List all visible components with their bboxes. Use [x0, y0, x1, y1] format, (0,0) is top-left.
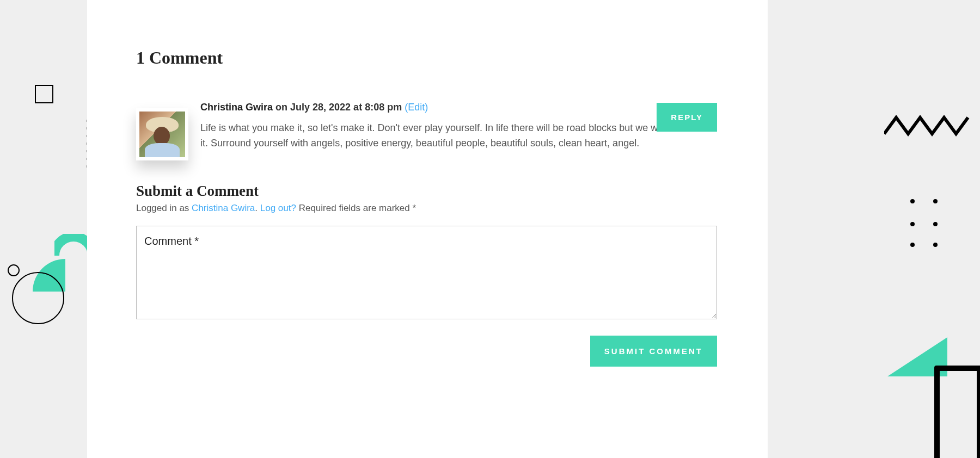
form-heading: Submit a Comment	[136, 183, 717, 200]
teal-quarter-icon	[33, 259, 65, 292]
svg-point-1	[910, 199, 915, 203]
comment-timestamp: on July 28, 2022 at 8:08 pm	[275, 102, 402, 113]
logged-in-user-link[interactable]: Christina Gwira	[192, 203, 255, 213]
triangle-icon	[887, 337, 947, 376]
dots-icon	[909, 198, 956, 249]
rect-outline-icon	[934, 366, 980, 458]
small-circle-icon	[8, 264, 20, 276]
square-outline-icon	[35, 85, 53, 103]
content-card: 1 Comment REPLY Christina Gwira on July …	[87, 0, 768, 458]
edit-link[interactable]: (Edit)	[405, 102, 428, 113]
comment-item: REPLY Christina Gwira on July 28, 2022 a…	[136, 102, 717, 151]
reply-button[interactable]: REPLY	[657, 103, 717, 132]
logged-in-prefix: Logged in as	[136, 203, 192, 213]
svg-point-5	[910, 243, 915, 247]
big-circle-icon	[12, 272, 64, 324]
zigzag-icon	[884, 112, 972, 143]
svg-point-6	[933, 243, 938, 247]
svg-point-4	[933, 222, 938, 226]
login-status: Logged in as Christina Gwira. Log out? R…	[136, 203, 717, 214]
svg-point-3	[910, 222, 915, 226]
comment-textarea[interactable]	[136, 226, 717, 319]
comments-heading: 1 Comment	[136, 48, 717, 68]
logout-link[interactable]: Log out?	[260, 203, 296, 213]
comment-text: Life is what you make it, so let's make …	[200, 121, 717, 151]
svg-marker-7	[887, 337, 947, 376]
svg-point-2	[933, 199, 938, 203]
required-note: Required fields are marked *	[299, 203, 416, 213]
submit-comment-button[interactable]: SUBMIT COMMENT	[590, 336, 717, 367]
avatar	[136, 108, 188, 160]
comment-meta-line: Christina Gwira on July 28, 2022 at 8:08…	[200, 102, 717, 113]
comment-author: Christina Gwira	[200, 102, 273, 113]
